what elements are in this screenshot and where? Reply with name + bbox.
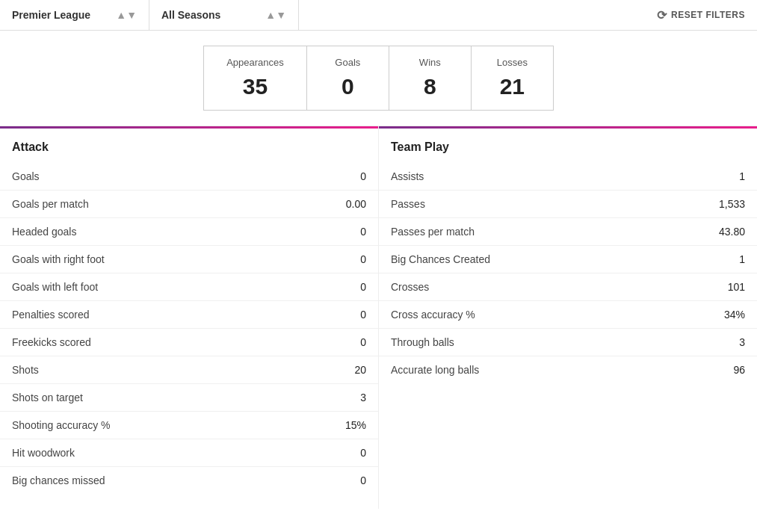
list-item: Goals 0 [0, 163, 378, 191]
losses-label: Losses [494, 57, 531, 68]
row-label: Crosses [391, 281, 429, 293]
list-item: Through balls 3 [379, 329, 757, 356]
row-value: 3 [739, 336, 745, 348]
row-label: Penalties scored [12, 309, 90, 321]
list-item: Passes per match 43.80 [379, 218, 757, 246]
wins-stat: Wins 8 [389, 46, 472, 111]
appearances-stat: Appearances 35 [203, 46, 307, 111]
list-item: Shots 20 [0, 356, 378, 384]
list-item: Accurate long balls 96 [379, 356, 757, 383]
row-label: Goals [12, 170, 40, 182]
row-value: 0 [360, 253, 366, 265]
row-value: 3 [360, 392, 366, 403]
row-label: Shots on target [12, 392, 83, 403]
row-value: 0 [360, 226, 366, 238]
wins-label: Wins [412, 57, 448, 68]
row-value: 43.80 [719, 226, 745, 238]
wins-value: 8 [412, 74, 448, 99]
reset-filters-button[interactable]: ⟳ RESET FILTERS [645, 1, 757, 30]
league-label: Premier League [12, 9, 90, 21]
filter-bar: Premier League ▲▼ All Seasons ▲▼ ⟳ RESET… [0, 0, 757, 31]
row-label: Passes [391, 198, 425, 210]
row-label: Assists [391, 170, 424, 182]
row-value: 0.00 [346, 198, 366, 210]
row-label: Goals with right foot [12, 253, 105, 265]
list-item: Assists 1 [379, 163, 757, 191]
row-label: Goals with left foot [12, 281, 98, 293]
row-value: 96 [733, 364, 745, 376]
list-item: Big chances missed 0 [0, 467, 378, 494]
row-label: Cross accuracy % [391, 309, 475, 321]
team-play-header: Team Play [379, 126, 757, 163]
appearances-label: Appearances [226, 57, 284, 68]
attack-panel: Attack Goals 0 Goals per match 0.00 Head… [0, 126, 378, 509]
row-value: 1 [739, 253, 745, 265]
row-label: Hit woodwork [12, 447, 75, 459]
list-item: Shots on target 3 [0, 384, 378, 412]
row-value: 34% [724, 309, 745, 321]
list-item: Cross accuracy % 34% [379, 301, 757, 329]
main-content: Attack Goals 0 Goals per match 0.00 Head… [0, 126, 757, 509]
row-label: Freekicks scored [12, 336, 91, 348]
season-label: All Seasons [161, 9, 220, 21]
league-chevron-icon: ▲▼ [116, 9, 137, 21]
reset-label: RESET FILTERS [671, 10, 745, 20]
attack-header: Attack [0, 126, 378, 163]
row-value: 0 [360, 170, 366, 182]
goals-stat: Goals 0 [307, 46, 389, 111]
season-filter[interactable]: All Seasons ▲▼ [149, 0, 299, 30]
list-item: Big Chances Created 1 [379, 246, 757, 273]
list-item: Freekicks scored 0 [0, 329, 378, 356]
losses-stat: Losses 21 [472, 46, 554, 111]
list-item: Shooting accuracy % 15% [0, 412, 378, 439]
row-value: 20 [354, 364, 366, 376]
goals-label: Goals [330, 57, 366, 68]
row-value: 0 [360, 281, 366, 293]
appearances-value: 35 [226, 74, 284, 99]
list-item: Hit woodwork 0 [0, 439, 378, 467]
list-item: Penalties scored 0 [0, 301, 378, 329]
row-label: Shots [12, 364, 39, 376]
row-value: 0 [360, 336, 366, 348]
row-label: Big Chances Created [391, 253, 490, 265]
list-item: Passes 1,533 [379, 191, 757, 218]
reset-icon: ⟳ [657, 8, 667, 22]
row-value: 1,533 [719, 198, 745, 210]
list-item: Headed goals 0 [0, 218, 378, 246]
row-label: Passes per match [391, 226, 475, 238]
row-value: 0 [360, 309, 366, 321]
row-value: 101 [728, 281, 745, 293]
row-label: Through balls [391, 336, 454, 348]
row-label: Accurate long balls [391, 364, 479, 376]
row-value: 15% [345, 419, 366, 431]
list-item: Goals with left foot 0 [0, 273, 378, 301]
row-label: Big chances missed [12, 474, 105, 486]
list-item: Crosses 101 [379, 273, 757, 301]
list-item: Goals per match 0.00 [0, 191, 378, 218]
row-label: Goals per match [12, 198, 89, 210]
row-value: 0 [360, 474, 366, 486]
row-value: 1 [739, 170, 745, 182]
row-value: 0 [360, 447, 366, 459]
row-label: Shooting accuracy % [12, 419, 111, 431]
losses-value: 21 [494, 74, 531, 99]
row-label: Headed goals [12, 226, 76, 238]
goals-value: 0 [330, 74, 366, 99]
team-play-panel: Team Play Assists 1 Passes 1,533 Passes … [378, 126, 757, 509]
list-item: Goals with right foot 0 [0, 246, 378, 273]
stats-summary: Appearances 35 Goals 0 Wins 8 Losses 21 [0, 31, 757, 126]
league-filter[interactable]: Premier League ▲▼ [0, 0, 149, 30]
season-chevron-icon: ▲▼ [265, 9, 286, 21]
